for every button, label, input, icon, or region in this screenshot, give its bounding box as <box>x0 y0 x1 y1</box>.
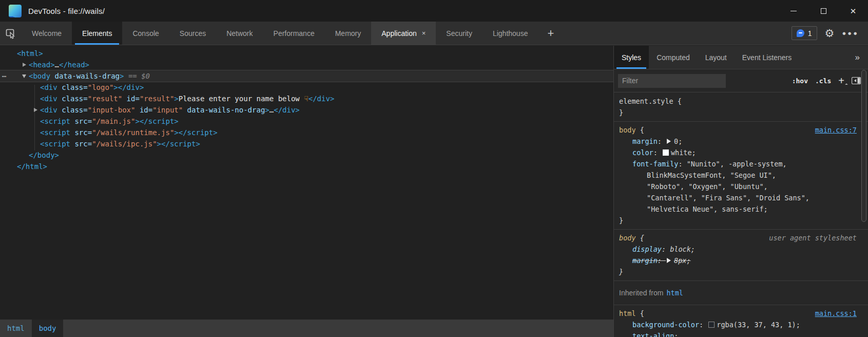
dom-node[interactable]: <html> <box>0 48 613 59</box>
new-style-rule-button[interactable]: + <box>838 76 844 86</box>
rule-selector[interactable]: body <box>619 126 636 134</box>
styles-filter-input[interactable] <box>618 74 726 88</box>
sidebar-scrollbar-thumb[interactable] <box>861 70 866 222</box>
collapse-arrow-icon[interactable] <box>21 70 28 82</box>
property-value[interactable]: block <box>670 245 691 253</box>
sidebar-tab-styles[interactable]: Styles <box>614 46 649 69</box>
property-value-wrapped[interactable]: BlinkMacSystemFont, "Segoe UI", <box>619 170 860 181</box>
property-name[interactable]: text-align <box>632 332 674 337</box>
dom-node[interactable]: <div class="input-box" id="input" data-w… <box>0 104 613 116</box>
syntax-token: "result" <box>88 95 122 103</box>
tab-memory[interactable]: Memory <box>325 22 372 45</box>
inherited-from-header: Inherited fromhtml <box>614 281 868 305</box>
issues-counter-button[interactable]: 1 <box>792 26 817 40</box>
syntax-token: "input" <box>152 106 183 114</box>
color-swatch[interactable] <box>708 322 715 328</box>
rule-header: html {main.css:1 <box>619 308 860 319</box>
tab-label: Welcome <box>32 29 62 38</box>
css-property-background-color[interactable]: background-color: rgba(33, 37, 43, 1); <box>619 319 860 330</box>
css-property-margin[interactable]: margin: 8px; <box>619 255 860 266</box>
expand-value-arrow-icon[interactable] <box>667 139 671 144</box>
tab-lighthouse[interactable]: Lighthouse <box>483 22 538 45</box>
pseudo-state-toggle[interactable]: :hov <box>792 77 808 85</box>
syntax-token: <script <box>40 128 70 137</box>
color-swatch[interactable] <box>663 149 669 156</box>
tab-sources[interactable]: Sources <box>169 22 216 45</box>
rule-header: element.style { <box>619 96 860 107</box>
property-value[interactable]: 8px <box>674 256 686 265</box>
minimize-button[interactable] <box>779 0 808 22</box>
inherited-element-link[interactable]: html <box>666 289 683 297</box>
css-property-display[interactable]: display: block; <box>619 244 860 255</box>
maximize-button[interactable] <box>808 0 838 22</box>
tab-network[interactable]: Network <box>216 22 263 45</box>
syntax-token: <head> <box>29 61 55 69</box>
styles-filter-row: :hov .cls + <box>614 69 868 92</box>
property-name[interactable]: display <box>632 245 662 253</box>
tab-welcome[interactable]: Welcome <box>22 22 72 45</box>
tab-application[interactable]: Application× <box>371 22 436 45</box>
sidebar-tab-layout[interactable]: Layout <box>698 46 735 69</box>
dom-node[interactable]: <script src="/main.js"></script> <box>0 116 613 127</box>
tab-console[interactable]: Console <box>122 22 169 45</box>
add-panel-button[interactable]: + <box>538 22 563 45</box>
syntax-token: data-wails-no-drag <box>183 106 265 114</box>
sidebar-toggle-icon[interactable] <box>852 77 861 84</box>
property-value-wrapped[interactable]: "Cantarell", "Fira Sans", "Droid Sans", <box>619 192 860 203</box>
dom-node[interactable]: </html> <box>0 161 613 172</box>
syntax-token: "logo" <box>88 83 114 91</box>
tab-label: Elements <box>82 29 112 38</box>
expand-value-arrow-icon[interactable] <box>667 258 671 263</box>
property-name[interactable]: background-color <box>632 321 699 329</box>
breadcrumb-item-body[interactable]: body <box>32 320 64 337</box>
property-value[interactable]: 0 <box>674 137 678 145</box>
settings-button[interactable]: ⚙ <box>825 28 835 39</box>
sidebar-tab-computed[interactable]: Computed <box>649 46 698 69</box>
property-name[interactable]: margin <box>632 137 658 145</box>
property-value[interactable]: white <box>671 148 692 157</box>
css-property-font-family[interactable]: font-family: "Nunito", -apple-system, <box>619 158 860 170</box>
tab-elements[interactable]: Elements <box>72 22 122 45</box>
sidebar-tab-event-listeners[interactable]: Event Listeners <box>735 46 800 69</box>
rule-selector[interactable]: body <box>619 234 636 242</box>
dom-node-selected[interactable]: ⋯<body data-wails-drag> == $0 <box>0 70 613 82</box>
node-more-actions-icon[interactable]: ⋯ <box>2 70 7 82</box>
dom-node[interactable]: <script src="/wails/ipc.js"></script> <box>0 138 613 149</box>
breadcrumb-item-html[interactable]: html <box>0 320 32 337</box>
property-name[interactable]: color <box>632 148 653 157</box>
dom-node[interactable]: <div class="logo"></div> <box>0 82 613 93</box>
customize-menu-button[interactable]: ●●● <box>842 29 859 37</box>
rule-selector[interactable]: element.style <box>619 97 673 105</box>
property-name[interactable]: font-family <box>632 160 678 168</box>
stylesheet-link[interactable]: main.css:1 <box>815 308 857 319</box>
dom-node[interactable]: <div class="result" id="result">Please e… <box>0 93 613 104</box>
tab-performance[interactable]: Performance <box>263 22 325 45</box>
dom-node[interactable]: </body> <box>0 149 613 161</box>
css-property-color[interactable]: color: white; <box>619 147 860 158</box>
tab-label: Application <box>381 29 417 38</box>
close-button[interactable]: ✕ <box>838 0 868 22</box>
property-name[interactable]: margin <box>632 256 658 265</box>
inspect-element-button[interactable] <box>0 22 22 45</box>
dom-node[interactable]: <script src="/wails/runtime.js"></script… <box>0 127 613 138</box>
stylesheet-link[interactable]: main.css:7 <box>815 124 857 136</box>
syntax-token: "/wails/runtime.js" <box>92 128 174 137</box>
dom-node[interactable]: <head>…</head> <box>0 59 613 70</box>
property-value[interactable]: rgba(33, 37, 43, 1) <box>717 321 796 329</box>
pointing-down-emoji: ☟ <box>304 95 308 103</box>
rule-selector[interactable]: html <box>619 309 636 317</box>
syntax-token: </html> <box>17 162 47 171</box>
tab-security[interactable]: Security <box>436 22 483 45</box>
css-property-margin[interactable]: margin: 0; <box>619 136 860 147</box>
class-toggle[interactable]: .cls <box>815 77 831 85</box>
property-value-wrapped[interactable]: "Helvetica Neue", sans-serif; <box>619 203 860 215</box>
property-value-wrapped[interactable]: "Roboto", "Oxygen", "Ubuntu", <box>619 181 860 192</box>
syntax-token: </head> <box>59 61 89 69</box>
expand-arrow-icon[interactable] <box>32 104 39 116</box>
tab-overflow-chevron-icon[interactable]: » <box>847 46 868 69</box>
property-value[interactable]: "Nunito", -apple-system, <box>687 160 787 168</box>
style-rule-element-style: element.style {} <box>614 93 868 122</box>
css-property-text-align[interactable]: text-align: <box>619 330 860 337</box>
expand-arrow-icon[interactable] <box>21 59 28 70</box>
close-tab-icon[interactable]: × <box>422 29 426 37</box>
